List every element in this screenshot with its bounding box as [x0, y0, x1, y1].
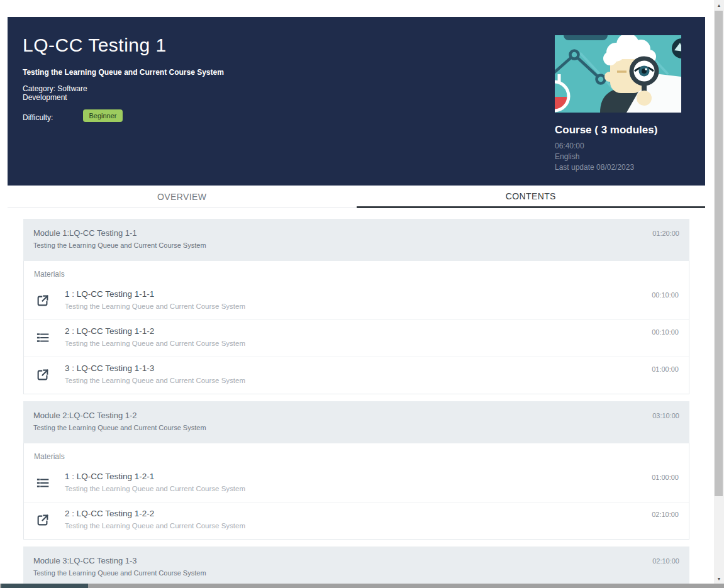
- module-section: Module 2:LQ-CC Testing 1-2 Testing the L…: [23, 401, 689, 540]
- material-duration: 01:00:00: [652, 365, 679, 373]
- materials-rows: 1 : LQ-CC Testing 1-2-1 Testing the Lear…: [24, 465, 689, 539]
- module-title: Module 2:LQ-CC Testing 1-2: [33, 411, 206, 420]
- material-subtitle: Testing the Learning Queue and Current C…: [65, 522, 245, 530]
- external-link-icon: [36, 513, 50, 527]
- material-duration: 02:10:00: [652, 511, 679, 518]
- material-duration: 00:10:00: [652, 328, 679, 336]
- module-section: Module 3:LQ-CC Testing 1-3 Testing the L…: [23, 546, 689, 588]
- course-thumbnail-illustration: [555, 35, 681, 113]
- materials-section: Materials 1 : LQ-CC Testing 1-1-1 Testin…: [23, 261, 689, 394]
- course-hero: LQ-CC Testing 1 Testing the Learning Que…: [8, 17, 705, 186]
- course-duration: 06:40:00: [555, 141, 681, 152]
- external-link-icon: [36, 368, 50, 382]
- module-section: Module 1:LQ-CC Testing 1-1 Testing the L…: [23, 219, 689, 394]
- material-title: 3 : LQ-CC Testing 1-1-3: [65, 363, 245, 373]
- material-row[interactable]: 1 : LQ-CC Testing 1-2-1 Testing the Lear…: [24, 465, 689, 502]
- material-duration: 00:10:00: [652, 291, 679, 299]
- course-subtitle: Testing the Learning Queue and Current C…: [23, 68, 224, 77]
- material-duration: 01:00:00: [652, 474, 679, 481]
- material-subtitle: Testing the Learning Queue and Current C…: [65, 302, 245, 310]
- list-icon: [36, 331, 50, 345]
- scroll-up-icon[interactable]: ▲: [714, 0, 724, 11]
- material-row[interactable]: 1 : LQ-CC Testing 1-1-1 Testing the Lear…: [24, 283, 689, 319]
- module-header[interactable]: Module 2:LQ-CC Testing 1-2 Testing the L…: [23, 401, 689, 443]
- material-title: 1 : LQ-CC Testing 1-1-1: [65, 289, 245, 299]
- course-type-label: Course ( 3 modules): [555, 124, 681, 136]
- material-title: 1 : LQ-CC Testing 1-2-1: [65, 472, 245, 481]
- vertical-scrollbar-thumb[interactable]: [715, 11, 723, 496]
- course-language: English: [555, 152, 681, 162]
- course-last-update: Last update 08/02/2023: [555, 162, 681, 173]
- module-header[interactable]: Module 3:LQ-CC Testing 1-3 Testing the L…: [23, 546, 689, 588]
- materials-rows: 1 : LQ-CC Testing 1-1-1 Testing the Lear…: [24, 283, 689, 394]
- materials-label: Materials: [24, 443, 689, 465]
- module-duration: 01:20:00: [652, 230, 679, 237]
- vertical-scrollbar[interactable]: ▲ ▼: [714, 0, 724, 584]
- material-row[interactable]: 2 : LQ-CC Testing 1-2-2 Testing the Lear…: [24, 502, 689, 539]
- materials-label: Materials: [24, 261, 689, 283]
- material-title: 2 : LQ-CC Testing 1-2-2: [65, 509, 245, 518]
- module-title: Module 1:LQ-CC Testing 1-1: [33, 228, 206, 238]
- module-subtitle: Testing the Learning Queue and Current C…: [33, 424, 206, 431]
- horizontal-scrollbar[interactable]: [0, 584, 724, 588]
- list-icon: [36, 476, 50, 490]
- difficulty-badge: Beginner: [83, 109, 122, 122]
- tab-bar: OVERVIEW CONTENTS: [8, 186, 705, 208]
- module-header[interactable]: Module 1:LQ-CC Testing 1-1 Testing the L…: [23, 219, 689, 261]
- module-duration: 02:10:00: [652, 557, 679, 565]
- tab-overview[interactable]: OVERVIEW: [8, 186, 357, 208]
- material-title: 2 : LQ-CC Testing 1-1-2: [65, 326, 245, 336]
- difficulty-row: Difficulty: Beginner: [23, 109, 123, 122]
- material-subtitle: Testing the Learning Queue and Current C…: [65, 340, 245, 347]
- module-duration: 03:10:00: [652, 412, 679, 419]
- module-subtitle: Testing the Learning Queue and Current C…: [33, 241, 206, 249]
- material-subtitle: Testing the Learning Queue and Current C…: [65, 377, 245, 384]
- material-subtitle: Testing the Learning Queue and Current C…: [65, 485, 245, 492]
- material-row[interactable]: 3 : LQ-CC Testing 1-1-3 Testing the Lear…: [24, 357, 689, 394]
- course-category: Category: Software Development: [23, 84, 108, 102]
- scroll-down-icon[interactable]: ▼: [714, 574, 724, 584]
- contents-panel: Module 1:LQ-CC Testing 1-1 Testing the L…: [8, 208, 705, 588]
- tab-contents[interactable]: CONTENTS: [357, 186, 706, 208]
- material-row[interactable]: 2 : LQ-CC Testing 1-1-2 Testing the Lear…: [24, 319, 689, 357]
- course-page-card: LQ-CC Testing 1 Testing the Learning Que…: [8, 17, 705, 588]
- module-title: Module 3:LQ-CC Testing 1-3: [33, 556, 206, 565]
- module-list: Module 1:LQ-CC Testing 1-1 Testing the L…: [23, 219, 689, 588]
- external-link-icon: [36, 294, 50, 308]
- materials-section: Materials 1 : LQ-CC Testing 1-2-1 Testin…: [23, 443, 689, 540]
- course-summary-panel: Course ( 3 modules) 06:40:00 English Las…: [555, 35, 681, 173]
- module-subtitle: Testing the Learning Queue and Current C…: [33, 569, 206, 577]
- difficulty-label: Difficulty:: [23, 110, 53, 122]
- page-title: LQ-CC Testing 1: [23, 35, 167, 56]
- horizontal-scrollbar-thumb[interactable]: [1, 584, 88, 588]
